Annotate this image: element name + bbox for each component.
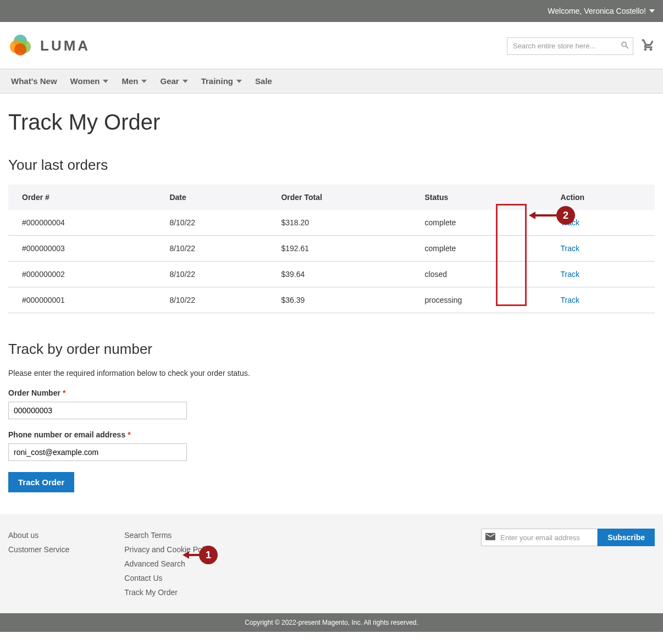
- mail-icon: [485, 533, 495, 542]
- welcome-text: Welcome, Veronica Costello!: [548, 7, 646, 15]
- cell-date: 8/10/22: [156, 262, 267, 287]
- svg-point-3: [14, 43, 26, 55]
- help-text: Please enter the required information be…: [8, 369, 655, 377]
- identifier-input[interactable]: [8, 443, 187, 461]
- cell-date: 8/10/22: [156, 210, 267, 236]
- order-number-field: Order Number*: [8, 388, 655, 419]
- newsletter-input[interactable]: [481, 529, 598, 546]
- nav-label: Training: [201, 76, 233, 86]
- footer-track-link[interactable]: Track My Order: [124, 588, 213, 597]
- table-row: #000000004 8/10/22 $318.20 complete Trac…: [8, 210, 655, 236]
- track-order-button[interactable]: Track Order: [8, 472, 74, 492]
- label-text: Order Number: [8, 388, 60, 397]
- cell-total: $192.61: [267, 236, 411, 262]
- orders-table: Order # Date Order Total Status Action #…: [8, 185, 655, 313]
- nav-label: Men: [121, 76, 138, 86]
- required-mark: *: [128, 430, 130, 439]
- track-link[interactable]: Track: [561, 244, 579, 253]
- nav-training[interactable]: Training: [195, 69, 248, 93]
- footer-adv-search-link[interactable]: Advanced Search: [124, 559, 213, 568]
- cell-date: 8/10/22: [156, 287, 267, 313]
- table-row: #000000002 8/10/22 $39.64 closed Track: [8, 262, 655, 287]
- cell-status: closed: [411, 262, 547, 287]
- nav-men[interactable]: Men: [115, 69, 153, 93]
- search-icon[interactable]: [620, 40, 630, 52]
- header: LUMA: [0, 22, 663, 69]
- th-order: Order #: [8, 185, 156, 210]
- copyright: Copyright © 2022-present Magento, Inc. A…: [0, 613, 663, 632]
- order-number-input[interactable]: [8, 402, 187, 419]
- footer-search-terms-link[interactable]: Search Terms: [124, 531, 213, 540]
- cell-status: processing: [411, 287, 547, 313]
- th-action: Action: [547, 185, 655, 210]
- nav-label: Gear: [160, 76, 179, 86]
- footer: About us Customer Service Search Terms P…: [0, 514, 663, 613]
- cell-order: #000000002: [8, 262, 156, 287]
- footer-cs-link[interactable]: Customer Service: [8, 545, 69, 554]
- table-row: #000000001 8/10/22 $36.39 processing Tra…: [8, 287, 655, 313]
- top-bar: Welcome, Veronica Costello!: [0, 0, 663, 22]
- footer-contact-link[interactable]: Contact Us: [124, 574, 213, 582]
- chevron-down-icon: [141, 76, 147, 86]
- identifier-field: Phone number or email address*: [8, 430, 655, 461]
- track-link[interactable]: Track: [561, 218, 579, 227]
- main-nav: What's New Women Men Gear Training Sale: [0, 69, 663, 93]
- th-total: Order Total: [267, 185, 411, 210]
- nav-whats-new[interactable]: What's New: [4, 69, 64, 93]
- chevron-down-icon: [236, 76, 242, 86]
- search-input[interactable]: [507, 37, 633, 55]
- label-text: Phone number or email address: [8, 430, 125, 439]
- th-status: Status: [411, 185, 547, 210]
- th-date: Date: [156, 185, 267, 210]
- table-row: #000000003 8/10/22 $192.61 complete Trac…: [8, 236, 655, 262]
- cell-status: complete: [411, 236, 547, 262]
- cell-total: $318.20: [267, 210, 411, 236]
- track-by-number-title: Track by order number: [8, 341, 655, 358]
- footer-privacy-link[interactable]: Privacy and Cookie Policy: [124, 545, 213, 554]
- cell-order: #000000001: [8, 287, 156, 313]
- logo-text: LUMA: [40, 37, 90, 54]
- nav-label: Women: [70, 76, 100, 86]
- chevron-down-icon: [649, 7, 655, 15]
- newsletter: Subscribe: [481, 529, 655, 546]
- nav-women[interactable]: Women: [64, 69, 115, 93]
- cell-date: 8/10/22: [156, 236, 267, 262]
- table-header-row: Order # Date Order Total Status Action: [8, 185, 655, 210]
- track-link[interactable]: Track: [561, 270, 579, 279]
- last-orders-title: Your last orders: [8, 157, 655, 174]
- search-box: [507, 37, 633, 55]
- chevron-down-icon: [183, 76, 188, 86]
- welcome-dropdown[interactable]: Welcome, Veronica Costello!: [548, 7, 655, 15]
- nav-sale[interactable]: Sale: [248, 69, 279, 93]
- nav-label: What's New: [11, 76, 57, 86]
- cell-order: #000000003: [8, 236, 156, 262]
- footer-about-link[interactable]: About us: [8, 531, 69, 540]
- track-link[interactable]: Track: [561, 296, 579, 304]
- logo-icon: [8, 33, 32, 59]
- identifier-label: Phone number or email address*: [8, 430, 131, 439]
- cell-total: $36.39: [267, 287, 411, 313]
- logo[interactable]: LUMA: [8, 33, 90, 59]
- cart-icon[interactable]: [642, 38, 655, 53]
- nav-gear[interactable]: Gear: [153, 69, 194, 93]
- cell-order: #000000004: [8, 210, 156, 236]
- main-content: Track My Order Your last orders Order # …: [0, 93, 663, 514]
- nav-label: Sale: [255, 76, 272, 86]
- chevron-down-icon: [103, 76, 108, 86]
- cell-status: complete: [411, 210, 547, 236]
- subscribe-button[interactable]: Subscribe: [598, 529, 655, 546]
- page-title: Track My Order: [8, 110, 655, 135]
- required-mark: *: [63, 388, 65, 397]
- cell-total: $39.64: [267, 262, 411, 287]
- order-number-label: Order Number*: [8, 388, 65, 397]
